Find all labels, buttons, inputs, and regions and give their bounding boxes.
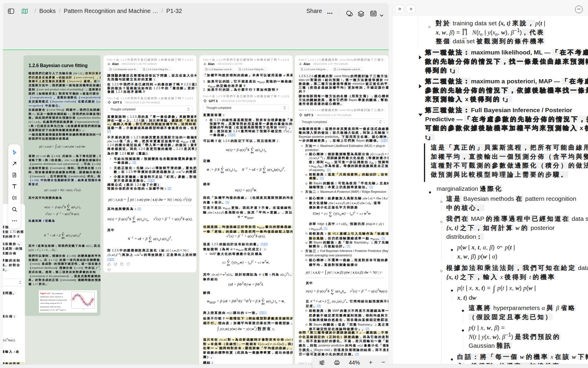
svg-text:x: x: [83, 309, 84, 310]
svg-text:t: t: [70, 299, 71, 301]
